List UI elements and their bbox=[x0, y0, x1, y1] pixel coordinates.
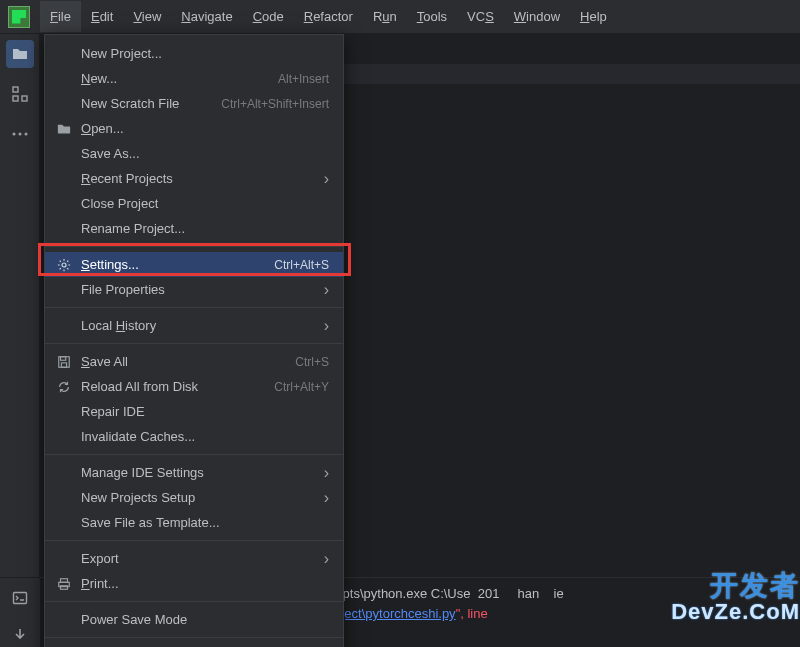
menu-item-label: Print... bbox=[81, 576, 329, 591]
menu-item-label: File Properties bbox=[81, 282, 324, 297]
menu-item-print[interactable]: Print... bbox=[45, 571, 343, 596]
gear-icon bbox=[55, 258, 73, 272]
submenu-arrow-icon bbox=[324, 170, 329, 188]
svg-point-6 bbox=[62, 262, 66, 266]
bottom-tool-strip bbox=[0, 577, 40, 647]
save-icon bbox=[55, 355, 73, 369]
folder-icon bbox=[55, 122, 73, 136]
left-tool-strip bbox=[0, 34, 40, 647]
more-tool-icon[interactable] bbox=[6, 120, 34, 148]
menu-item-manage-ide-settings[interactable]: Manage IDE Settings bbox=[45, 460, 343, 485]
reload-icon bbox=[55, 380, 73, 394]
menu-item-label: Local History bbox=[81, 318, 324, 333]
menu-item-save-file-as-template[interactable]: Save File as Template... bbox=[45, 510, 343, 535]
menu-item-shortcut: Ctrl+Alt+Y bbox=[274, 380, 329, 394]
menu-item-new-scratch-file[interactable]: New Scratch FileCtrl+Alt+Shift+Insert bbox=[45, 91, 343, 116]
svg-point-3 bbox=[12, 133, 15, 136]
menu-item-label: Save As... bbox=[81, 146, 329, 161]
file-menu-dropdown: New Project...New...Alt+InsertNew Scratc… bbox=[44, 34, 344, 647]
menu-separator bbox=[45, 601, 343, 602]
menu-item-settings[interactable]: Settings...Ctrl+Alt+S bbox=[45, 252, 343, 277]
menu-separator bbox=[45, 343, 343, 344]
menu-item-rename-project[interactable]: Rename Project... bbox=[45, 216, 343, 241]
svg-point-4 bbox=[18, 133, 21, 136]
menu-navigate[interactable]: Navigate bbox=[171, 1, 242, 32]
menu-item-label: Close Project bbox=[81, 196, 329, 211]
menu-item-file-properties[interactable]: File Properties bbox=[45, 277, 343, 302]
menu-item-label: Repair IDE bbox=[81, 404, 329, 419]
scroll-down-icon[interactable] bbox=[6, 626, 34, 641]
menu-item-shortcut: Ctrl+S bbox=[295, 355, 329, 369]
svg-rect-13 bbox=[14, 593, 27, 604]
menu-item-label: Rename Project... bbox=[81, 221, 329, 236]
menu-vcs[interactable]: VCS bbox=[457, 1, 504, 32]
svg-rect-0 bbox=[13, 87, 18, 92]
svg-rect-12 bbox=[61, 585, 68, 589]
menu-item-label: Save File as Template... bbox=[81, 515, 329, 530]
menu-refactor[interactable]: Refactor bbox=[294, 1, 363, 32]
menu-item-label: Reload All from Disk bbox=[81, 379, 274, 394]
menu-item-close-project[interactable]: Close Project bbox=[45, 191, 343, 216]
menu-item-new-project[interactable]: New Project... bbox=[45, 41, 343, 66]
menu-item-open[interactable]: Open... bbox=[45, 116, 343, 141]
menu-item-label: New... bbox=[81, 71, 278, 86]
menu-item-invalidate-caches[interactable]: Invalidate Caches... bbox=[45, 424, 343, 449]
menu-item-label: Open... bbox=[81, 121, 329, 136]
svg-rect-2 bbox=[13, 96, 18, 101]
menu-item-label: New Scratch File bbox=[81, 96, 221, 111]
structure-tool-icon[interactable] bbox=[6, 80, 34, 108]
menu-item-label: Manage IDE Settings bbox=[81, 465, 324, 480]
menu-item-local-history[interactable]: Local History bbox=[45, 313, 343, 338]
submenu-arrow-icon bbox=[324, 489, 329, 507]
menu-item-exit[interactable]: Exit bbox=[45, 643, 343, 647]
menu-separator bbox=[45, 540, 343, 541]
menu-item-reload-all-from-disk[interactable]: Reload All from DiskCtrl+Alt+Y bbox=[45, 374, 343, 399]
menu-item-power-save-mode[interactable]: Power Save Mode bbox=[45, 607, 343, 632]
menu-item-shortcut: Ctrl+Alt+S bbox=[274, 258, 329, 272]
menu-item-label: Settings... bbox=[81, 257, 274, 272]
menu-code[interactable]: Code bbox=[243, 1, 294, 32]
menu-help[interactable]: Help bbox=[570, 1, 617, 32]
menu-item-recent-projects[interactable]: Recent Projects bbox=[45, 166, 343, 191]
menu-item-save-as[interactable]: Save As... bbox=[45, 141, 343, 166]
svg-point-5 bbox=[24, 133, 27, 136]
menu-window[interactable]: Window bbox=[504, 1, 570, 32]
submenu-arrow-icon bbox=[324, 317, 329, 335]
menu-separator bbox=[45, 246, 343, 247]
menu-separator bbox=[45, 307, 343, 308]
menu-item-label: New Projects Setup bbox=[81, 490, 324, 505]
app-logo-icon bbox=[8, 6, 30, 28]
menu-item-label: New Project... bbox=[81, 46, 329, 61]
menu-view[interactable]: View bbox=[123, 1, 171, 32]
menu-item-label: Save All bbox=[81, 354, 295, 369]
submenu-arrow-icon bbox=[324, 281, 329, 299]
svg-rect-9 bbox=[61, 362, 66, 366]
menu-item-shortcut: Ctrl+Alt+Shift+Insert bbox=[221, 97, 329, 111]
menu-item-new-projects-setup[interactable]: New Projects Setup bbox=[45, 485, 343, 510]
menu-item-label: Export bbox=[81, 551, 324, 566]
svg-rect-1 bbox=[22, 96, 27, 101]
terminal-tool-icon[interactable] bbox=[6, 590, 34, 606]
menu-item-label: Power Save Mode bbox=[81, 612, 329, 627]
menu-item-new[interactable]: New...Alt+Insert bbox=[45, 66, 343, 91]
submenu-arrow-icon bbox=[324, 550, 329, 568]
menu-item-export[interactable]: Export bbox=[45, 546, 343, 571]
menu-item-label: Recent Projects bbox=[81, 171, 324, 186]
top-menu-bar: FileEditViewNavigateCodeRefactorRunTools… bbox=[0, 0, 800, 34]
menu-file[interactable]: File bbox=[40, 1, 81, 32]
menu-item-label: Invalidate Caches... bbox=[81, 429, 329, 444]
menu-edit[interactable]: Edit bbox=[81, 1, 123, 32]
submenu-arrow-icon bbox=[324, 464, 329, 482]
menu-item-save-all[interactable]: Save AllCtrl+S bbox=[45, 349, 343, 374]
menu-item-repair-ide[interactable]: Repair IDE bbox=[45, 399, 343, 424]
project-tool-icon[interactable] bbox=[6, 40, 34, 68]
menu-separator bbox=[45, 637, 343, 638]
menu-tools[interactable]: Tools bbox=[407, 1, 457, 32]
svg-rect-8 bbox=[61, 356, 66, 360]
menu-item-shortcut: Alt+Insert bbox=[278, 72, 329, 86]
menu-run[interactable]: Run bbox=[363, 1, 407, 32]
print-icon bbox=[55, 577, 73, 591]
menu-separator bbox=[45, 454, 343, 455]
